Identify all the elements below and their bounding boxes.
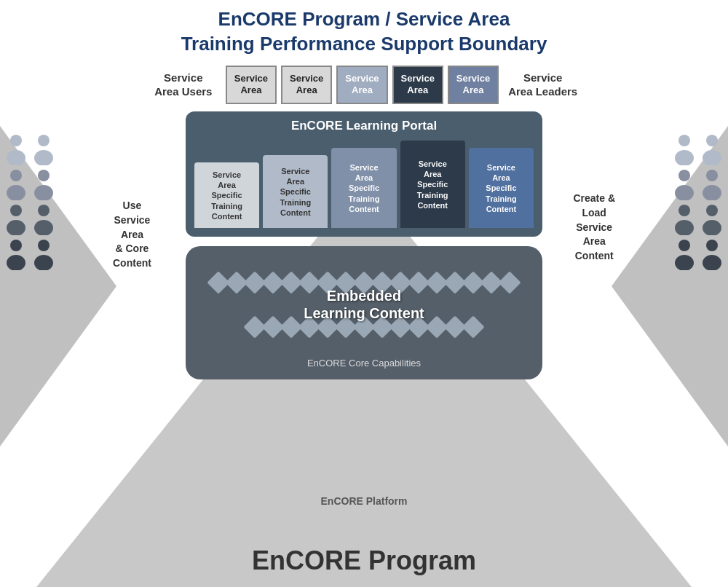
diagram-area: Use Service Area & Core Content Create &…: [0, 104, 728, 587]
person-icon: [672, 168, 697, 200]
people-row-r4: [672, 238, 724, 270]
person-icon: [700, 168, 724, 200]
svg-point-11: [34, 220, 53, 235]
people-row-r3: [672, 203, 724, 235]
sa-box-1: ServiceArea: [226, 66, 277, 105]
svg-point-17: [675, 150, 694, 165]
svg-point-28: [678, 240, 690, 251]
svg-point-4: [10, 170, 22, 181]
svg-point-6: [38, 170, 50, 181]
svg-point-24: [678, 205, 690, 216]
page-title: EnCORE Program / Service Area Training P…: [181, 7, 547, 57]
core-cap-label: EnCORE Core Capabilities: [200, 358, 528, 369]
person-icon: [700, 133, 724, 165]
person-icon: [31, 203, 56, 235]
svg-point-5: [7, 185, 25, 200]
main-container: EnCORE Program / Service Area Training P…: [0, 0, 728, 587]
svg-point-22: [706, 170, 718, 181]
people-row-4: [4, 238, 56, 270]
use-text: Use Service Area & Core Content: [113, 199, 151, 270]
sa-box-2: ServiceArea: [281, 66, 332, 105]
people-left: [4, 133, 56, 270]
people-row-2: [4, 168, 56, 200]
svg-point-29: [675, 255, 694, 270]
card-1: ServiceAreaSpecificTrainingContent: [194, 162, 259, 228]
person-icon: [4, 168, 28, 200]
card-2: ServiceAreaSpecificTrainingContent: [263, 155, 328, 228]
portal-title: EnCORE Learning Portal: [194, 119, 534, 133]
person-icon: [700, 238, 724, 270]
person-icon: [31, 133, 56, 165]
people-row-r1: [672, 133, 724, 165]
diamond: [462, 316, 484, 339]
core-capabilities: Embedded Learning Content EnCORE Core Ca…: [186, 246, 542, 379]
sa-users-label: Service Area Users: [151, 71, 216, 99]
svg-point-9: [7, 220, 25, 235]
svg-point-16: [678, 135, 690, 146]
title-line1: EnCORE Program / Service Area: [181, 7, 547, 32]
people-row-1: [4, 133, 56, 165]
person-icon: [700, 203, 724, 235]
sa-box-4: ServiceArea: [392, 66, 443, 105]
person-icon: [31, 168, 56, 200]
svg-point-21: [675, 185, 694, 200]
person-icon: [4, 238, 28, 270]
svg-point-8: [10, 205, 22, 216]
svg-point-27: [703, 220, 721, 235]
person-icon: [4, 133, 28, 165]
card-3: ServiceAreaSpecificTrainingContent: [331, 148, 396, 228]
card-4: ServiceAreaSpecificTrainingContent: [400, 141, 465, 228]
svg-point-30: [706, 240, 718, 251]
svg-point-25: [675, 220, 694, 235]
person-icon: [31, 238, 56, 270]
svg-point-3: [34, 150, 53, 165]
cards-row: ServiceAreaSpecificTrainingContent Servi…: [194, 141, 534, 228]
embedded-learning: Embedded Learning Content: [200, 257, 528, 352]
sa-box-5: ServiceArea: [448, 66, 499, 105]
svg-point-12: [10, 240, 22, 251]
svg-point-10: [38, 205, 50, 216]
svg-point-14: [38, 240, 50, 251]
card-5: ServiceAreaSpecificTrainingContent: [469, 148, 534, 228]
people-row-3: [4, 203, 56, 235]
svg-point-2: [38, 135, 50, 146]
person-icon: [672, 203, 697, 235]
svg-point-15: [34, 255, 53, 270]
svg-point-1: [7, 150, 25, 165]
person-icon: [672, 238, 697, 270]
svg-point-0: [10, 135, 22, 146]
svg-point-20: [678, 170, 690, 181]
sa-headers: Service Area Users ServiceArea ServiceAr…: [0, 66, 728, 105]
svg-point-7: [34, 185, 53, 200]
platform-text: EnCORE Platform: [320, 495, 407, 507]
svg-point-18: [706, 135, 718, 146]
embedded-learning-text: Embedded Learning Content: [304, 287, 424, 322]
program-text: EnCORE Program: [252, 545, 476, 576]
svg-point-31: [703, 255, 721, 270]
create-text: Create & Load Service Area Content: [573, 192, 615, 263]
people-right: [672, 133, 724, 270]
svg-point-13: [7, 255, 25, 270]
person-icon: [4, 203, 28, 235]
diamond: [498, 271, 521, 294]
svg-point-19: [703, 150, 721, 165]
learning-portal: EnCORE Learning Portal ServiceAreaSpecif…: [186, 111, 542, 237]
people-row-r2: [672, 168, 724, 200]
title-line2: Training Performance Support Boundary: [181, 32, 547, 57]
sa-leaders-label: Service Area Leaders: [508, 71, 577, 99]
svg-point-26: [706, 205, 718, 216]
sa-box-3: ServiceArea: [336, 66, 387, 105]
person-icon: [672, 133, 697, 165]
svg-point-23: [703, 185, 721, 200]
